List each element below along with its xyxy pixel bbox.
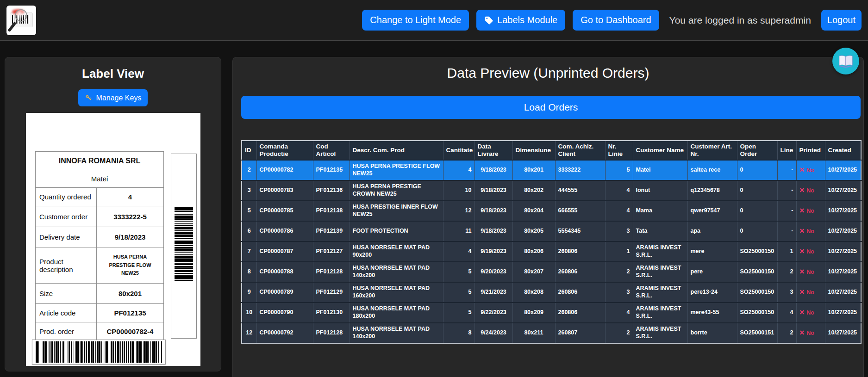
cell-dimensiune: 80x207 (512, 262, 555, 282)
table-row-3[interactable]: 3CP00000783PF012136HUSA PERNA PRESTIGE C… (242, 180, 861, 201)
cell-nr_linie: 5 (605, 160, 633, 180)
cell-descr: HUSA PERNA PRESTIGE FLOW NEW25 (350, 160, 443, 180)
cell-cantitate: 5 (443, 303, 475, 323)
table-row-5[interactable]: 5CP00000785PF012138HUSA PRESTIGE INNER F… (242, 201, 861, 221)
horizontal-barcode (32, 340, 166, 365)
light-mode-button[interactable]: Change to Light Mode (362, 10, 469, 31)
cell-comanda_productie: CP00000786 (256, 221, 313, 241)
labels-module-label: Labels Module (497, 15, 557, 25)
cell-com_achiz_client: 260806 (555, 262, 605, 282)
cell-open_order: SO25000150 (737, 303, 777, 323)
cell-id: 7 (242, 241, 256, 262)
magnifier-lens-icon (15, 9, 27, 22)
cell-cantitate: 10 (443, 180, 475, 201)
app-logo[interactable] (6, 6, 36, 35)
label-field-value: 9/18/2023 (97, 227, 164, 247)
cell-printed: ✕No (796, 303, 825, 323)
cell-nr_linie: 2 (605, 262, 633, 282)
label-field-value: HUSA PERNA PRESTIGE FLOW NEW25 (97, 247, 164, 284)
cell-id: 5 (242, 201, 256, 221)
cell-created: 10/27/2025 (825, 303, 861, 323)
cell-com_achiz_client: 666555 (555, 201, 605, 221)
cell-descr: HUSA NORRSELE MAT PAD 90x200 (350, 241, 443, 262)
cell-id: 9 (242, 282, 256, 303)
cell-customer_name: ARAMIS INVEST S.R.L. (633, 241, 687, 262)
table-row-2[interactable]: 2CP00000782PF012135HUSA PERNA PRESTIGE F… (242, 160, 861, 180)
horizontal-barcode-bars (36, 341, 162, 363)
label-preview-card: INNOFA ROMANIA SRL Matei Quantity ordere… (26, 113, 200, 366)
cell-cantitate: 12 (443, 201, 475, 221)
cell-cantitate: 4 (443, 241, 475, 262)
table-row-9[interactable]: 9CP00000789PF012129HUSA NORRSELE MAT PAD… (242, 282, 861, 303)
cell-customer_art_nr: borrte (687, 323, 737, 343)
cell-cod_articol: PF012136 (313, 180, 350, 201)
cell-data_livrare: 9/20/2023 (475, 262, 512, 282)
cell-data_livrare: 9/18/2023 (475, 221, 512, 241)
cell-descr: HUSA NORRSELE MAT PAD 140x200 (350, 262, 443, 282)
cell-nr_linie: 1 (605, 241, 633, 262)
cell-dimensiune: 80x201 (512, 160, 555, 180)
cell-id: 6 (242, 221, 256, 241)
cell-descr: FOOT PROTECTION (350, 221, 443, 241)
manage-keys-button[interactable]: Manage Keys (78, 89, 148, 106)
table-row-10[interactable]: 10CP00000790PF012130HUSA NORRSELE MAT PA… (242, 303, 861, 323)
cell-printed: ✕No (796, 323, 825, 343)
user-status-text: You are logged in as superadmin (669, 15, 811, 26)
docs-fab-button[interactable] (832, 48, 859, 74)
load-orders-button[interactable]: Load Orders (241, 96, 861, 119)
table-row-8[interactable]: 8CP00000788PF012128HUSA NORRSELE MAT PAD… (242, 262, 861, 282)
cell-nr_linie: 3 (605, 282, 633, 303)
column-header-customer_art_nr: Customer Art. Nr. (687, 141, 737, 160)
tag-icon (484, 16, 493, 25)
cell-data_livrare: 9/22/2023 (475, 303, 512, 323)
column-header-created: Created (825, 141, 861, 160)
cell-created: 10/27/2025 (825, 241, 861, 262)
data-preview-title: Data Preview (Unprinted Orders) (233, 65, 863, 81)
cell-printed: ✕No (796, 262, 825, 282)
label-field-row: Article codePF012135 (36, 304, 164, 322)
cell-customer_name: ARAMIS INVEST S.R.L. (633, 303, 687, 323)
cell-comanda_productie: CP00000782 (256, 160, 313, 180)
column-header-id: ID (242, 141, 256, 160)
cell-line: - (777, 201, 796, 221)
not-printed-x-icon: ✕ (799, 207, 805, 214)
cell-data_livrare: 9/18/2023 (475, 180, 512, 201)
cell-customer_art_nr: qwer97547 (687, 201, 737, 221)
label-field-name: Prod. order (36, 322, 97, 341)
table-row-6[interactable]: 6CP00000786PF012139FOOT PROTECTION119/18… (242, 221, 861, 241)
dashboard-button[interactable]: Go to Dashboard (573, 10, 659, 31)
cell-customer_art_nr: mere (687, 241, 737, 262)
column-header-open_order: Open Order (737, 141, 777, 160)
cell-comanda_productie: CP00000790 (256, 303, 313, 323)
cell-dimensiune: 80x209 (512, 303, 555, 323)
logout-button[interactable]: Logout (821, 10, 862, 31)
cell-printed: ✕No (796, 180, 825, 201)
cell-descr: HUSA NORRSELE MAT PAD 140x200 (350, 323, 443, 343)
cell-cod_articol: PF012128 (313, 262, 350, 282)
dashboard-label: Go to Dashboard (581, 15, 651, 25)
cell-dimensiune: 80x206 (512, 241, 555, 262)
cell-printed: ✕No (796, 241, 825, 262)
cell-customer_name: ARAMIS INVEST S.R.L. (633, 262, 687, 282)
cell-open_order: SO25000150 (737, 262, 777, 282)
cell-open_order: 0 (737, 160, 777, 180)
column-header-customer_name: Customer Name (633, 141, 687, 160)
light-mode-label: Change to Light Mode (370, 15, 461, 25)
table-row-12[interactable]: 12CP00000792PF012128HUSA NORRSELE MAT PA… (242, 323, 861, 343)
printed-status-text: No (806, 330, 814, 336)
printed-status-text: No (806, 187, 814, 194)
label-field-name: Customer order (36, 206, 97, 227)
label-field-name: Quantity ordered (36, 188, 97, 206)
cell-data_livrare: 9/24/2023 (475, 323, 512, 343)
cell-cantitate: 4 (443, 160, 475, 180)
cell-dimensiune: 80x211 (512, 323, 555, 343)
printed-status-text: No (806, 289, 814, 296)
cell-data_livrare: 9/18/2023 (475, 201, 512, 221)
table-row-7[interactable]: 7CP00000787PF012127HUSA NORRSELE MAT PAD… (242, 241, 861, 262)
cell-customer_art_nr: mere43-55 (687, 303, 737, 323)
cell-data_livrare: 9/18/2023 (475, 160, 512, 180)
cell-comanda_productie: CP00000783 (256, 180, 313, 201)
cell-data_livrare: 9/19/2023 (475, 241, 512, 262)
labels-module-button[interactable]: Labels Module (476, 10, 565, 31)
label-view-panel: Label View Manage Keys INNOFA ROMANIA SR… (5, 57, 221, 371)
